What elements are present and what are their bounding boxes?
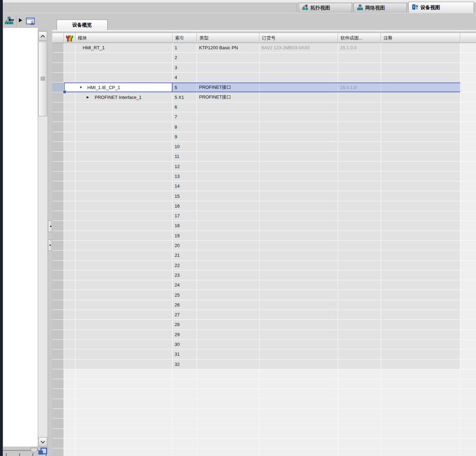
cell-firmware[interactable] — [338, 211, 381, 221]
cell-comment[interactable] — [381, 360, 460, 369]
cell-index[interactable]: 14 — [173, 181, 197, 191]
cell-order[interactable] — [259, 211, 338, 221]
cell-comment[interactable] — [381, 429, 460, 439]
row-header-cell[interactable] — [52, 132, 64, 142]
device-row[interactable] — [52, 429, 476, 439]
row-header-cell[interactable] — [52, 102, 64, 112]
cell-order[interactable] — [259, 251, 338, 260]
cell-index[interactable]: 13 — [173, 172, 197, 181]
device-row[interactable]: 21 — [52, 251, 476, 260]
cell-module[interactable] — [75, 261, 173, 270]
cell-index[interactable] — [173, 439, 197, 448]
cell-index[interactable]: 27 — [173, 310, 197, 320]
device-row[interactable]: 15 — [52, 191, 476, 201]
cell-order[interactable] — [259, 201, 338, 211]
cell-order[interactable] — [259, 122, 338, 132]
cell-order[interactable] — [259, 112, 338, 122]
device-row[interactable]: 4 — [52, 73, 476, 82]
expander-icon[interactable]: ▶ — [87, 95, 90, 99]
device-row[interactable] — [52, 379, 476, 389]
cell-type[interactable] — [197, 310, 259, 320]
column-header-index[interactable]: 索引 — [173, 33, 197, 43]
row-header-cell[interactable] — [52, 330, 64, 340]
cell-order[interactable] — [259, 280, 338, 290]
cell-order[interactable] — [259, 439, 338, 448]
device-row[interactable]: 27 — [52, 310, 476, 320]
device-row[interactable]: 22 — [52, 261, 476, 270]
cell-module[interactable] — [75, 369, 173, 379]
cell-comment[interactable] — [381, 152, 460, 161]
row-header-cell[interactable] — [52, 63, 64, 73]
zoom-slider-thumb[interactable] — [31, 448, 37, 453]
cell-firmware[interactable] — [338, 162, 381, 172]
cell-module[interactable] — [75, 53, 173, 63]
cell-comment[interactable] — [381, 63, 460, 73]
row-header-cell[interactable] — [52, 191, 64, 201]
cell-type[interactable]: PROFINET接口 — [197, 92, 259, 102]
cell-module[interactable] — [75, 221, 173, 231]
row-header-cell[interactable] — [52, 53, 64, 63]
cell-order[interactable]: 6AV2 123-2MB03-0AX0 — [259, 43, 338, 53]
cell-module[interactable]: ▶PROFINET Interface_1 — [75, 92, 173, 102]
cell-type[interactable] — [197, 181, 259, 191]
cell-index[interactable]: 8 — [173, 122, 197, 132]
cell-module[interactable] — [75, 300, 173, 310]
row-header-cell[interactable] — [52, 211, 64, 221]
cell-order[interactable] — [259, 399, 338, 409]
device-row[interactable]: 18 — [52, 221, 476, 231]
cell-module[interactable] — [75, 172, 173, 181]
cell-type[interactable] — [197, 53, 259, 63]
cell-type[interactable] — [197, 369, 259, 379]
row-header-cell[interactable] — [52, 409, 64, 419]
cell-index[interactable]: 25 — [173, 290, 197, 300]
cell-firmware[interactable] — [338, 409, 381, 419]
cell-index[interactable]: 26 — [173, 300, 197, 310]
cell-order[interactable] — [259, 270, 338, 280]
cell-index[interactable] — [173, 379, 197, 389]
cell-firmware[interactable] — [338, 349, 381, 359]
column-header-type[interactable]: 类型 — [197, 33, 259, 43]
cell-index[interactable]: 3 — [173, 63, 197, 73]
cell-module[interactable] — [75, 162, 173, 172]
cell-firmware[interactable] — [338, 73, 381, 82]
cell-order[interactable] — [259, 448, 338, 456]
scrollbar-thumb[interactable] — [38, 42, 47, 116]
cell-index[interactable]: 2 — [173, 53, 197, 63]
cell-type[interactable] — [197, 132, 259, 142]
row-header-cell[interactable] — [52, 419, 64, 428]
cell-firmware[interactable] — [338, 360, 381, 369]
cell-order[interactable] — [259, 142, 338, 152]
cell-index[interactable]: 23 — [173, 270, 197, 280]
cell-firmware[interactable] — [338, 340, 381, 349]
device-row[interactable]: 25 — [52, 290, 476, 300]
cell-firmware[interactable]: 15.1.0.0 — [338, 43, 381, 53]
cell-module[interactable]: HMI_RT_1 — [75, 43, 173, 53]
cell-type[interactable] — [197, 379, 259, 389]
row-header-cell[interactable] — [52, 270, 64, 280]
row-header-cell[interactable] — [52, 112, 64, 122]
cell-comment[interactable] — [381, 201, 460, 211]
cell-firmware[interactable] — [338, 389, 381, 399]
cell-type[interactable] — [197, 251, 259, 260]
triple-wrench-icon[interactable] — [64, 33, 75, 43]
cell-order[interactable] — [259, 320, 338, 330]
device-row[interactable]: 8 — [52, 122, 476, 132]
cell-comment[interactable] — [381, 399, 460, 409]
cell-order[interactable] — [259, 191, 338, 201]
device-row[interactable] — [52, 389, 476, 399]
cell-index[interactable] — [173, 419, 197, 428]
device-row[interactable]: 28 — [52, 320, 476, 330]
device-row[interactable]: HMI_RT_11KTP1200 Basic PN6AV2 123-2MB03-… — [52, 43, 476, 53]
cell-firmware[interactable] — [338, 53, 381, 63]
row-header-cell[interactable] — [52, 399, 64, 409]
cell-index[interactable]: 17 — [173, 211, 197, 221]
cell-type[interactable] — [197, 419, 259, 428]
cell-index[interactable] — [173, 369, 197, 379]
cell-type[interactable] — [197, 152, 259, 161]
device-row[interactable]: 3 — [52, 63, 476, 73]
cell-index[interactable]: 20 — [173, 241, 197, 251]
cell-module[interactable] — [75, 241, 173, 251]
overview-navigator-icon[interactable] — [38, 448, 48, 456]
cell-index[interactable]: 12 — [173, 162, 197, 172]
cell-index[interactable]: 4 — [173, 73, 197, 82]
